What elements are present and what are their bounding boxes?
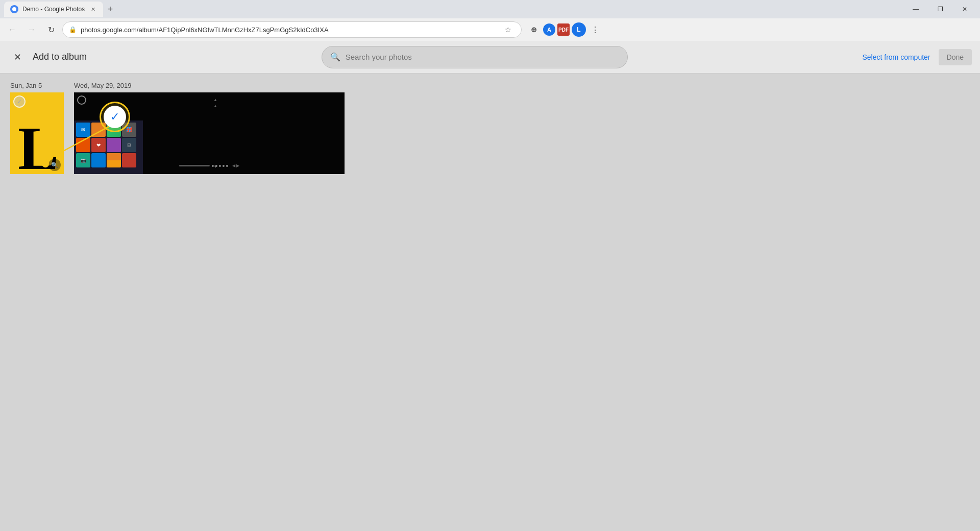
date-label-1: Sun, Jan 5 xyxy=(10,82,64,89)
search-bar[interactable]: 🔍 xyxy=(322,46,628,68)
check-icon: ✓ xyxy=(104,106,126,128)
tab-close-button[interactable]: ✕ xyxy=(89,5,97,13)
active-tab[interactable]: Demo - Google Photos ✕ xyxy=(4,2,103,17)
tab-title: Demo - Google Photos xyxy=(22,6,85,13)
new-tab-button[interactable]: + xyxy=(103,2,117,16)
photo-area: ✓ Sun, Jan 5 L xyxy=(0,74,980,182)
win-tile-10 xyxy=(91,153,106,167)
win-tile-8: ⊞ xyxy=(122,138,136,152)
small-annotation-dot xyxy=(42,160,49,167)
minimize-button[interactable]: — xyxy=(904,0,927,18)
photo2-radio-check xyxy=(77,95,86,105)
zoom-icon: 🔍 xyxy=(48,159,61,171)
photo1-select-check: ✓ xyxy=(13,95,26,108)
win-tile-6: ❤ xyxy=(91,138,106,152)
annotation-circle: ✓ xyxy=(100,102,130,132)
select-from-computer-button[interactable]: Select from computer xyxy=(862,53,930,61)
restore-button[interactable]: ❐ xyxy=(929,0,951,18)
star-icon[interactable]: ☆ xyxy=(501,22,515,37)
browser-menu-button[interactable]: ⋮ xyxy=(588,22,602,37)
address-bar-row: ← → ↻ 🔒 photos.google.com/album/AF1QipPn… xyxy=(0,18,980,41)
win-tile-1: ✉ xyxy=(76,123,90,137)
tab-bar: Demo - Google Photos ✕ + — ❐ ✕ xyxy=(0,0,980,18)
photo-thumbnail-1[interactable]: L ✓ 🔍 xyxy=(10,92,64,174)
photo2-progress-area: ◀ ▶ xyxy=(179,163,239,168)
win-tile-12 xyxy=(122,153,136,167)
search-icon: 🔍 xyxy=(330,52,340,62)
win-tile-9: 📷 xyxy=(76,153,90,167)
search-input[interactable] xyxy=(346,53,619,61)
back-button[interactable]: ← xyxy=(4,21,20,38)
extension-icon-2[interactable]: A xyxy=(543,23,555,36)
tab-favicon xyxy=(10,5,18,13)
extension-icon-3[interactable]: PDF xyxy=(557,23,570,36)
reload-button[interactable]: ↻ xyxy=(43,21,59,38)
photo-sections: Sun, Jan 5 L ✓ 🔍 xyxy=(10,82,970,174)
page-title: Add to album xyxy=(33,52,87,62)
app-header: ✕ Add to album 🔍 Select from computer Do… xyxy=(0,41,980,74)
lock-icon: 🔒 xyxy=(69,26,77,33)
date-label-2: Wed, May 29, 2019 xyxy=(74,82,345,89)
date-section-1: Sun, Jan 5 L ✓ 🔍 xyxy=(10,82,64,174)
photo2-top-icon1: ▲ xyxy=(213,98,217,102)
close-button[interactable]: ✕ xyxy=(8,48,27,66)
window-controls: — ❐ ✕ xyxy=(904,0,976,18)
win-tile-11 xyxy=(107,153,121,167)
close-window-button[interactable]: ✕ xyxy=(953,0,976,18)
header-actions: Select from computer Done xyxy=(862,49,972,65)
browser-action-icons: ⊕ A PDF L ⋮ xyxy=(527,22,602,37)
address-bar[interactable]: 🔒 photos.google.com/album/AF1QipPnl6xNGf… xyxy=(62,21,522,38)
win-tile-7 xyxy=(107,138,121,152)
page-content: ✕ Add to album 🔍 Select from computer Do… xyxy=(0,41,980,531)
win-tile-5 xyxy=(76,138,90,152)
photo2-top-icon2: ▲ xyxy=(213,104,217,108)
address-bar-icons: ☆ xyxy=(501,22,515,37)
url-text: photos.google.com/album/AF1QipPnl6xNGfwT… xyxy=(81,26,329,34)
forward-button[interactable]: → xyxy=(23,21,40,38)
profile-icon[interactable]: L xyxy=(572,22,586,37)
browser-chrome: Demo - Google Photos ✕ + — ❐ ✕ ← → ↻ 🔒 p… xyxy=(0,0,980,41)
extension-icon-1[interactable]: ⊕ xyxy=(527,22,541,37)
done-button[interactable]: Done xyxy=(939,49,972,65)
